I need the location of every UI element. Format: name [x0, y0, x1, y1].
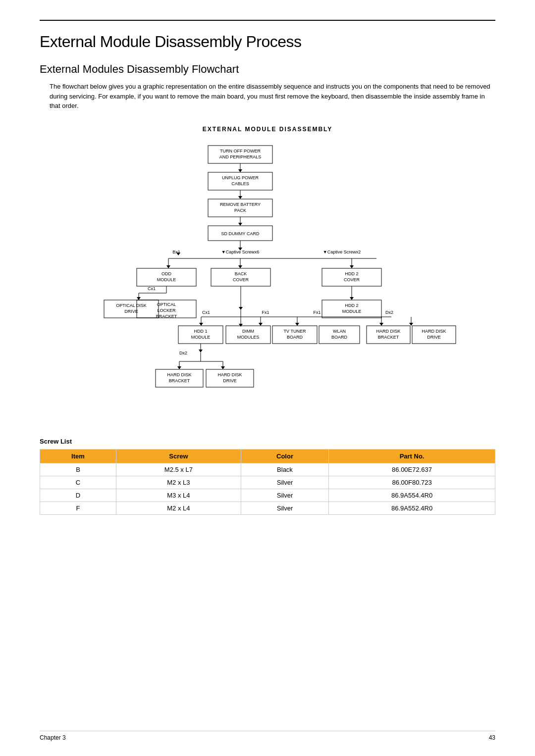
- svg-marker-45: [239, 307, 243, 310]
- table-cell: 86.00E72.637: [329, 463, 495, 476]
- svg-text:BRACKET: BRACKET: [156, 314, 177, 319]
- table-cell: F: [40, 502, 116, 514]
- svg-text:DRIVE: DRIVE: [427, 335, 441, 340]
- svg-text:LOCKER: LOCKER: [157, 308, 176, 313]
- table-cell: Black: [241, 463, 328, 476]
- top-rule: [40, 20, 495, 21]
- flowchart-area: TURN OFF POWER AND PERIPHERALS UNPLUG PO…: [40, 141, 495, 418]
- svg-text:ODD: ODD: [161, 271, 172, 276]
- svg-text:DRIVE: DRIVE: [223, 378, 237, 383]
- table-cell: 86.9A554.4R0: [329, 489, 495, 502]
- svg-text:▼Captive Screwx2: ▼Captive Screwx2: [323, 250, 361, 254]
- table-cell: M2 x L3: [116, 476, 241, 489]
- svg-text:BACK: BACK: [235, 271, 247, 276]
- svg-text:Fx1: Fx1: [262, 310, 269, 315]
- svg-text:TV TUNER: TV TUNER: [284, 329, 306, 334]
- svg-marker-9: [238, 196, 242, 199]
- svg-text:HDD 1: HDD 1: [194, 329, 207, 334]
- table-cell: Silver: [241, 489, 328, 502]
- svg-text:OPTICAL: OPTICAL: [157, 302, 176, 307]
- footer-left: Chapter 3: [40, 734, 66, 741]
- table-header: Item Screw Color Part No.: [40, 449, 495, 463]
- table-row: BM2.5 x L7Black86.00E72.637: [40, 463, 495, 476]
- svg-text:BOARD: BOARD: [331, 335, 348, 340]
- svg-text:Dx2: Dx2: [179, 351, 187, 355]
- svg-text:HDD 2: HDD 2: [345, 303, 358, 308]
- svg-text:Cx1: Cx1: [148, 286, 156, 291]
- svg-marker-74: [239, 324, 243, 327]
- col-partno: Part No.: [329, 449, 495, 463]
- svg-marker-99: [177, 366, 181, 369]
- svg-marker-27: [238, 265, 242, 268]
- svg-text:HARD DISK: HARD DISK: [217, 372, 242, 377]
- svg-marker-14: [238, 223, 242, 226]
- table-cell: 86.00F80.723: [329, 476, 495, 489]
- svg-marker-25: [166, 265, 170, 268]
- svg-marker-68: [295, 323, 299, 326]
- svg-text:DIMM: DIMM: [242, 329, 254, 334]
- screw-list-title: Screw List: [40, 438, 495, 445]
- svg-text:AND PERIPHERALS: AND PERIPHERALS: [219, 154, 262, 159]
- svg-text:HDD 2: HDD 2: [345, 271, 358, 276]
- svg-text:DRIVE: DRIVE: [124, 309, 138, 314]
- svg-marker-64: [199, 323, 203, 326]
- svg-text:MODULE: MODULE: [191, 335, 211, 340]
- footer-right: 43: [489, 734, 495, 741]
- svg-text:PACK: PACK: [234, 208, 246, 213]
- table-cell: M2 x L4: [116, 502, 241, 514]
- svg-marker-72: [409, 323, 413, 326]
- svg-text:CABLES: CABLES: [231, 181, 249, 186]
- svg-marker-47: [350, 297, 354, 300]
- table-cell: M2.5 x L7: [116, 463, 241, 476]
- table-row: DM3 x L4Silver86.9A554.4R0: [40, 489, 495, 502]
- svg-text:WLAN: WLAN: [333, 329, 346, 334]
- svg-text:HARD DISK: HARD DISK: [167, 372, 191, 377]
- col-item: Item: [40, 449, 116, 463]
- svg-text:BOARD: BOARD: [287, 335, 303, 340]
- footer: Chapter 3 43: [40, 731, 495, 741]
- svg-marker-4: [238, 169, 242, 172]
- svg-text:UNPLUG POWER: UNPLUG POWER: [222, 175, 259, 180]
- svg-text:MODULES: MODULES: [237, 335, 260, 340]
- svg-marker-66: [259, 323, 263, 326]
- svg-marker-43: [137, 297, 141, 300]
- svg-text:Cx1: Cx1: [202, 310, 210, 315]
- svg-text:Fx1: Fx1: [313, 310, 321, 315]
- svg-text:TURN OFF POWER: TURN OFF POWER: [220, 149, 261, 153]
- col-color: Color: [241, 449, 328, 463]
- section-title: External Modules Disassembly Flowchart: [40, 63, 495, 76]
- screw-list-section: Screw List Item Screw Color Part No. BM2…: [40, 438, 495, 515]
- svg-marker-94: [199, 350, 203, 353]
- table-cell: Silver: [241, 476, 328, 489]
- svg-text:COVER: COVER: [233, 277, 249, 282]
- page-title: External Module Disassembly Process: [40, 33, 495, 51]
- flowchart-title: EXTERNAL MODULE DISASSEMBLY: [40, 126, 495, 133]
- svg-text:SD DUMMY CARD: SD DUMMY CARD: [221, 231, 260, 236]
- svg-text:COVER: COVER: [344, 277, 360, 282]
- table-cell: 86.9A552.4R0: [329, 502, 495, 514]
- svg-text:MODULE: MODULE: [157, 277, 176, 282]
- svg-marker-29: [350, 265, 354, 268]
- svg-text:MODULE: MODULE: [342, 309, 362, 314]
- table-cell: M3 x L4: [116, 489, 241, 502]
- table-row: CM2 x L3Silver86.00F80.723: [40, 476, 495, 489]
- screw-table: Item Screw Color Part No. BM2.5 x L7Blac…: [40, 449, 495, 515]
- svg-text:▼Captive Screwx6: ▼Captive Screwx6: [221, 250, 259, 254]
- table-cell: Silver: [241, 502, 328, 514]
- intro-text: The flowchart below gives you a graphic …: [50, 82, 495, 111]
- svg-text:HARD DISK: HARD DISK: [376, 329, 400, 334]
- svg-text:OPTICAL DISK: OPTICAL DISK: [116, 303, 147, 308]
- svg-text:HARD DISK: HARD DISK: [422, 329, 446, 334]
- table-body: BM2.5 x L7Black86.00E72.637CM2 x L3Silve…: [40, 463, 495, 514]
- col-screw: Screw: [116, 449, 241, 463]
- svg-marker-70: [379, 323, 383, 326]
- table-cell: B: [40, 463, 116, 476]
- svg-text:BRACKET: BRACKET: [378, 335, 399, 340]
- svg-text:BRACKET: BRACKET: [169, 378, 190, 383]
- svg-text:REMOVE BATTERY: REMOVE BATTERY: [220, 202, 261, 207]
- table-cell: C: [40, 476, 116, 489]
- svg-text:Dx2: Dx2: [385, 310, 393, 315]
- svg-marker-101: [221, 366, 225, 369]
- table-cell: D: [40, 489, 116, 502]
- table-row: FM2 x L4Silver86.9A552.4R0: [40, 502, 495, 514]
